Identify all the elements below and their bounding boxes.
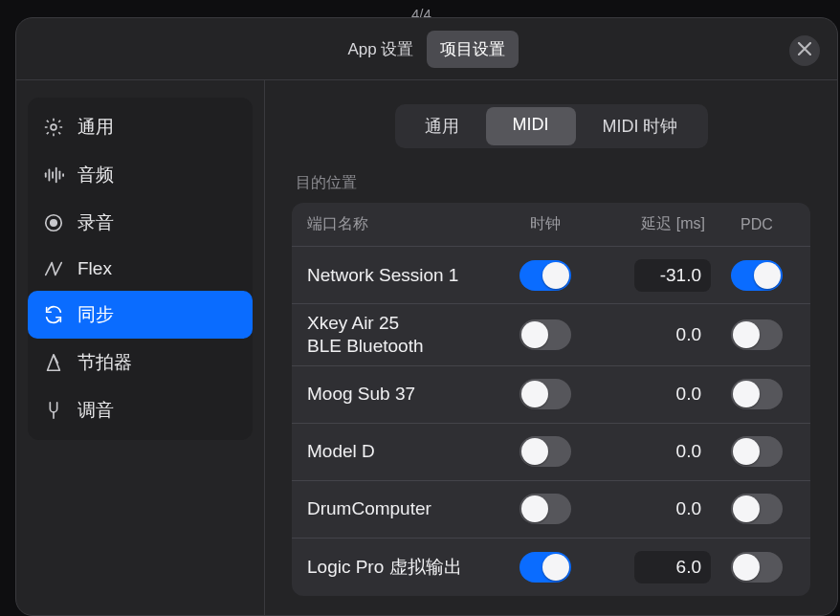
settings-sidebar: 通用 音频 录音 [16, 80, 265, 615]
sync-icon [43, 304, 64, 325]
sidebar-item-label: 通用 [77, 115, 114, 140]
delay-cell: 0.0 [596, 493, 711, 525]
top-tab-group: App 设置 项目设置 [335, 31, 519, 68]
settings-modal: App 设置 项目设置 通用 音频 [15, 17, 838, 616]
sidebar-item-label: Flex [77, 258, 112, 279]
clock-toggle[interactable] [519, 552, 571, 583]
col-header-pdc: PDC [718, 216, 795, 233]
sidebar-item-metronome[interactable]: 节拍器 [28, 339, 253, 386]
sidebar-item-sync[interactable]: 同步 [28, 291, 253, 339]
pdc-cell [718, 494, 795, 524]
table-row: Model D0.0 [292, 424, 810, 481]
pdc-toggle[interactable] [731, 379, 783, 409]
sub-tab-group: 通用 MIDI MIDI 时钟 [395, 104, 708, 148]
pdc-toggle[interactable] [731, 436, 783, 467]
svg-point-0 [51, 124, 56, 130]
delay-field[interactable]: -31.0 [634, 259, 711, 292]
table-row: Xkey Air 25BLE Bluetooth0.0 [292, 304, 810, 366]
modal-header: App 设置 项目设置 [16, 18, 837, 79]
tab-project-settings[interactable]: 项目设置 [427, 31, 519, 68]
sub-tab-general[interactable]: 通用 [398, 107, 486, 145]
main-panel: 通用 MIDI MIDI 时钟 目的位置 端口名称 时钟 延迟 [ms] PDC… [265, 80, 837, 615]
delay-field[interactable]: 0.0 [634, 493, 711, 525]
clock-toggle[interactable] [519, 436, 571, 467]
wave-icon [43, 165, 64, 186]
sub-tab-midi-clock[interactable]: MIDI 时钟 [576, 107, 705, 145]
sidebar-item-label: 调音 [77, 398, 114, 423]
clock-toggle[interactable] [519, 379, 571, 409]
tab-app-settings[interactable]: App 设置 [335, 31, 428, 68]
close-button[interactable] [789, 35, 820, 66]
sub-tab-midi[interactable]: MIDI [486, 107, 576, 145]
delay-cell: -31.0 [596, 259, 711, 292]
section-label-destinations: 目的位置 [296, 173, 810, 193]
clock-cell [502, 552, 588, 583]
delay-cell: 0.0 [596, 435, 711, 468]
delay-field[interactable]: 0.0 [634, 435, 711, 468]
table-row: Logic Pro 虚拟输出6.0 [292, 539, 810, 596]
col-header-delay: 延迟 [ms] [596, 214, 711, 234]
sidebar-item-tuning[interactable]: 调音 [28, 386, 253, 434]
pdc-cell [718, 319, 795, 350]
clock-toggle[interactable] [519, 494, 571, 524]
tuning-fork-icon [43, 400, 64, 421]
svg-point-8 [51, 220, 56, 226]
port-name: Xkey Air 25BLE Bluetooth [307, 312, 495, 358]
sidebar-item-label: 音频 [77, 163, 114, 187]
table-row: Moog Sub 370.0 [292, 366, 810, 424]
record-icon [43, 212, 64, 233]
destinations-table: 端口名称 时钟 延迟 [ms] PDC Network Session 1-31… [292, 203, 810, 596]
clock-cell [502, 260, 588, 291]
gear-icon [43, 117, 64, 138]
clock-cell [502, 379, 588, 409]
col-header-clock: 时钟 [502, 214, 588, 234]
sidebar-item-flex[interactable]: Flex [28, 247, 253, 291]
sidebar-item-label: 录音 [77, 210, 114, 235]
close-icon [798, 41, 811, 60]
clock-cell [502, 319, 588, 350]
delay-field[interactable]: 6.0 [634, 551, 711, 583]
metronome-icon [43, 352, 64, 373]
modal-body: 通用 音频 录音 [16, 79, 837, 615]
pdc-cell [718, 436, 795, 467]
pdc-toggle[interactable] [731, 260, 783, 291]
flex-icon [43, 258, 64, 279]
port-name: Model D [307, 440, 495, 463]
delay-cell: 0.0 [596, 319, 711, 351]
clock-cell [502, 436, 588, 467]
col-header-port: 端口名称 [307, 214, 495, 234]
delay-field[interactable]: 0.0 [634, 319, 711, 351]
port-name: DrumComputer [307, 497, 495, 520]
pdc-toggle[interactable] [731, 552, 783, 583]
sidebar-item-record[interactable]: 录音 [28, 199, 253, 247]
pdc-cell [718, 552, 795, 583]
table-row: DrumComputer0.0 [292, 481, 810, 539]
sidebar-item-label: 同步 [77, 302, 114, 327]
clock-cell [502, 494, 588, 524]
sidebar-item-label: 节拍器 [77, 350, 132, 375]
port-name: Logic Pro 虚拟输出 [307, 556, 495, 579]
pdc-toggle[interactable] [731, 494, 783, 524]
pdc-cell [718, 379, 795, 409]
sidebar-item-audio[interactable]: 音频 [28, 151, 253, 199]
delay-field[interactable]: 0.0 [634, 378, 711, 410]
pdc-cell [718, 260, 795, 291]
sidebar-list: 通用 音频 录音 [28, 98, 253, 440]
delay-cell: 6.0 [596, 551, 711, 583]
port-name: Network Session 1 [307, 264, 495, 287]
delay-cell: 0.0 [596, 378, 711, 410]
clock-toggle[interactable] [519, 260, 571, 291]
port-name: Moog Sub 37 [307, 383, 495, 406]
sidebar-item-general[interactable]: 通用 [28, 103, 253, 151]
table-header: 端口名称 时钟 延迟 [ms] PDC [292, 203, 810, 247]
table-row: Network Session 1-31.0 [292, 247, 810, 304]
pdc-toggle[interactable] [731, 319, 783, 350]
clock-toggle[interactable] [519, 319, 571, 350]
